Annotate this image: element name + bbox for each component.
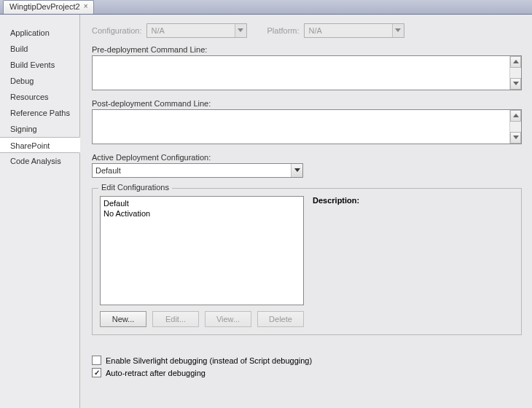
chevron-down-icon (392, 24, 404, 37)
sidebar-item-reference-paths[interactable]: Reference Paths (0, 105, 79, 121)
checkboxes-section: Enable Silverlight debugging (instead of… (92, 356, 522, 377)
scroll-up-icon[interactable] (510, 110, 521, 122)
sharepoint-panel: Configuration: N/A Platform: N/A Pre-dep… (80, 15, 532, 408)
checkbox-icon[interactable] (92, 368, 101, 377)
properties-sidebar: Application Build Build Events Debug Res… (0, 15, 80, 408)
sidebar-item-debug[interactable]: Debug (0, 73, 79, 89)
configuration-value: N/A (152, 26, 235, 35)
description-column: Description: (313, 196, 514, 327)
chevron-down-icon (291, 164, 302, 177)
scroll-up-icon[interactable] (510, 56, 521, 68)
project-properties-window: WingtipDevProject2 × Application Build B… (0, 0, 532, 408)
platform-label: Platform: (267, 26, 300, 35)
scrollbar (509, 110, 521, 144)
autoretract-check-row[interactable]: Auto-retract after debugging (92, 368, 522, 377)
group-title: Edit Configurations (98, 183, 172, 192)
description-label: Description: (313, 196, 514, 205)
platform-select: N/A (304, 23, 404, 38)
delete-button[interactable]: Delete (257, 311, 304, 327)
sidebar-item-application[interactable]: Application (0, 25, 79, 41)
platform-value: N/A (309, 26, 392, 35)
configuration-select: N/A (146, 23, 247, 38)
properties-page: Application Build Build Events Debug Res… (0, 15, 532, 408)
config-buttons-row: New... Edit... View... Delete (100, 311, 304, 327)
pre-deploy-wrap (92, 55, 522, 90)
post-deploy-wrap (92, 109, 522, 144)
sidebar-item-signing[interactable]: Signing (0, 121, 79, 137)
active-config-select[interactable]: Default (92, 163, 303, 178)
edit-button[interactable]: Edit... (152, 311, 199, 327)
pre-deploy-input[interactable] (93, 56, 509, 90)
post-deploy-input[interactable] (93, 110, 509, 144)
pre-deploy-label: Pre-deployment Command Line: (92, 45, 522, 54)
new-button[interactable]: New... (100, 311, 146, 327)
sidebar-item-sharepoint[interactable]: SharePoint (0, 137, 80, 153)
scrollbar (509, 56, 521, 90)
document-tabstrip: WingtipDevProject2 × (0, 0, 532, 15)
silverlight-check-row[interactable]: Enable Silverlight debugging (instead of… (92, 356, 522, 365)
scroll-down-icon[interactable] (510, 78, 521, 90)
sidebar-item-resources[interactable]: Resources (0, 89, 79, 105)
active-config-value: Default (95, 166, 121, 175)
autoretract-label: Auto-retract after debugging (106, 369, 206, 377)
silverlight-label: Enable Silverlight debugging (instead of… (106, 356, 312, 365)
config-platform-row: Configuration: N/A Platform: N/A (92, 23, 522, 38)
sidebar-item-build-events[interactable]: Build Events (0, 57, 79, 73)
edit-configurations-group: Edit Configurations Default No Activatio… (92, 188, 522, 335)
configurations-listbox[interactable]: Default No Activation (100, 196, 304, 305)
list-item[interactable]: No Activation (103, 208, 300, 219)
active-config-label: Active Deployment Configuration: (92, 153, 522, 162)
tab-title: WingtipDevProject2 (9, 2, 80, 11)
document-tab[interactable]: WingtipDevProject2 × (3, 0, 94, 14)
list-item[interactable]: Default (103, 198, 300, 208)
close-icon[interactable]: × (82, 3, 90, 12)
configuration-label: Configuration: (92, 26, 142, 35)
sidebar-item-build[interactable]: Build (0, 41, 79, 57)
post-deploy-label: Post-deployment Command Line: (92, 99, 522, 108)
checkbox-icon[interactable] (92, 356, 101, 365)
sidebar-item-code-analysis[interactable]: Code Analysis (0, 153, 79, 169)
chevron-down-icon (235, 24, 246, 37)
view-button[interactable]: View... (205, 311, 251, 327)
scroll-down-icon[interactable] (510, 132, 521, 144)
